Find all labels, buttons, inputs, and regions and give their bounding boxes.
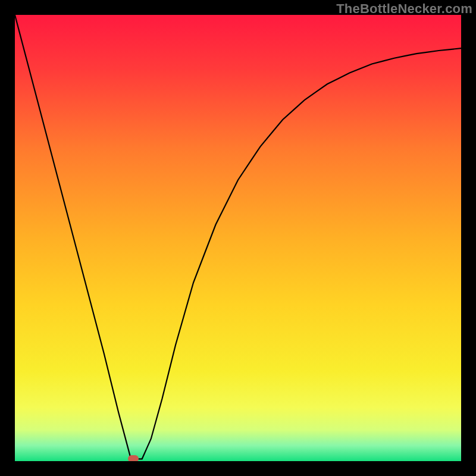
watermark-text: TheBottleNecker.com: [336, 1, 472, 17]
optimal-marker: [128, 455, 139, 461]
plot-area: [15, 15, 461, 461]
chart-frame: TheBottleNecker.com: [0, 0, 476, 476]
bottleneck-curve: [15, 15, 461, 461]
